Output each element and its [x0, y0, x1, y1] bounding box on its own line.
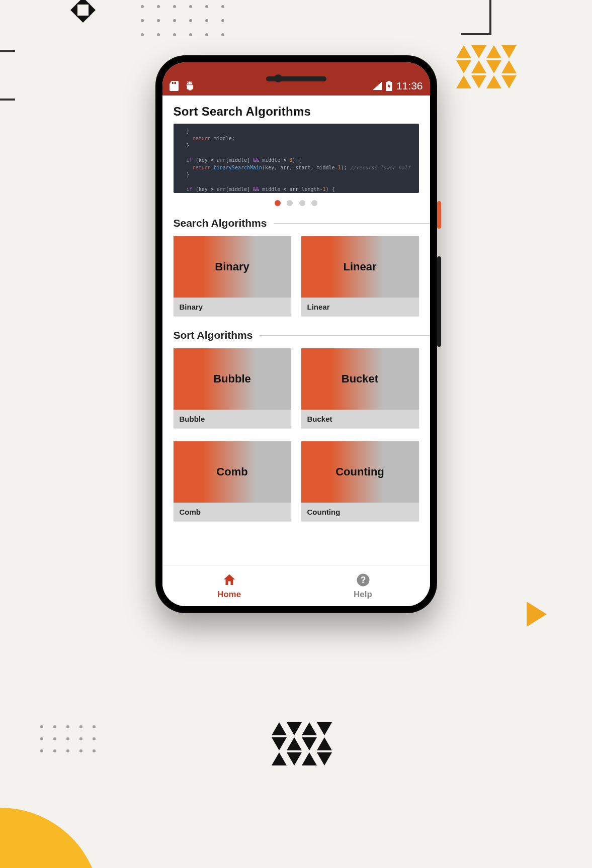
divider: [260, 335, 430, 336]
decor-bracket: [461, 0, 491, 35]
nav-help[interactable]: ? Help: [296, 566, 430, 606]
decor-diamond-icon: [70, 0, 96, 23]
carousel-dot[interactable]: [287, 200, 293, 206]
signal-icon: [373, 82, 382, 90]
card-caption: Comb: [174, 503, 291, 521]
card-caption: Counting: [301, 503, 419, 521]
sd-card-icon: [170, 81, 179, 91]
svg-point-3: [188, 82, 189, 83]
phone-power-button: [437, 201, 441, 229]
card-thumb: Binary: [174, 236, 291, 298]
android-icon: [185, 81, 195, 91]
page-title: Sort Search Algorithms: [162, 105, 430, 124]
carousel-dot[interactable]: [299, 200, 305, 206]
svg-rect-6: [387, 81, 390, 82]
section-header-sort: Sort Algorithms: [162, 329, 430, 341]
nav-label: Home: [217, 590, 241, 600]
content[interactable]: Sort Search Algorithms } return middle; …: [162, 95, 430, 566]
card-caption: Bucket: [301, 410, 419, 428]
card-thumb-label: Bucket: [342, 372, 378, 385]
home-icon: [222, 572, 237, 588]
card-thumb-label: Binary: [215, 260, 249, 273]
decor-dots: [141, 5, 226, 36]
algo-card-bucket[interactable]: Bucket Bucket: [301, 348, 419, 428]
decor-triangles: [272, 722, 332, 767]
card-caption: Binary: [174, 298, 291, 316]
svg-text:?: ?: [360, 575, 366, 585]
section-header-search: Search Algorithms: [162, 217, 430, 229]
help-icon: ?: [356, 572, 371, 588]
decor-triangles: [456, 45, 517, 90]
status-bar: 11:36: [162, 62, 430, 95]
card-thumb-label: Bubble: [213, 372, 251, 385]
decor-triangle: [527, 602, 547, 627]
decor-circle: [0, 808, 101, 868]
bottom-nav: Home ? Help: [162, 566, 430, 606]
carousel-dot[interactable]: [311, 200, 317, 206]
algo-card-binary[interactable]: Binary Binary: [174, 236, 291, 316]
card-thumb-label: Linear: [343, 260, 376, 273]
card-thumb: Bubble: [174, 348, 291, 410]
svg-rect-1: [174, 82, 175, 84]
status-time: 11:36: [396, 80, 423, 92]
decor-dots: [40, 725, 97, 752]
decor-bracket: [0, 50, 15, 101]
divider: [274, 223, 430, 224]
svg-rect-2: [175, 82, 176, 84]
card-thumb: Comb: [174, 441, 291, 503]
card-caption: Linear: [301, 298, 419, 316]
card-thumb: Bucket: [301, 348, 419, 410]
carousel-dot[interactable]: [275, 200, 281, 206]
nav-home[interactable]: Home: [162, 566, 296, 606]
card-thumb-label: Comb: [216, 465, 247, 478]
algo-card-bubble[interactable]: Bubble Bubble: [174, 348, 291, 428]
section-title: Sort Algorithms: [174, 329, 253, 341]
card-thumb-label: Counting: [335, 465, 384, 478]
section-title: Search Algorithms: [174, 217, 267, 229]
nav-label: Help: [354, 590, 372, 600]
app-screen: 11:36 Sort Search Algorithms } return mi…: [162, 62, 430, 606]
card-thumb: Linear: [301, 236, 419, 298]
phone-volume-button: [437, 256, 441, 347]
card-caption: Bubble: [174, 410, 291, 428]
phone-frame: 11:36 Sort Search Algorithms } return mi…: [155, 55, 437, 613]
algo-card-comb[interactable]: Comb Comb: [174, 441, 291, 521]
battery-charging-icon: [386, 81, 392, 91]
card-thumb: Counting: [301, 441, 419, 503]
code-carousel-slide[interactable]: } return middle; } if (key < arr[middle]…: [174, 124, 419, 193]
svg-rect-0: [172, 82, 173, 84]
svg-point-4: [190, 82, 191, 83]
algo-card-counting[interactable]: Counting Counting: [301, 441, 419, 521]
algo-card-linear[interactable]: Linear Linear: [301, 236, 419, 316]
carousel-indicator: [162, 199, 430, 208]
